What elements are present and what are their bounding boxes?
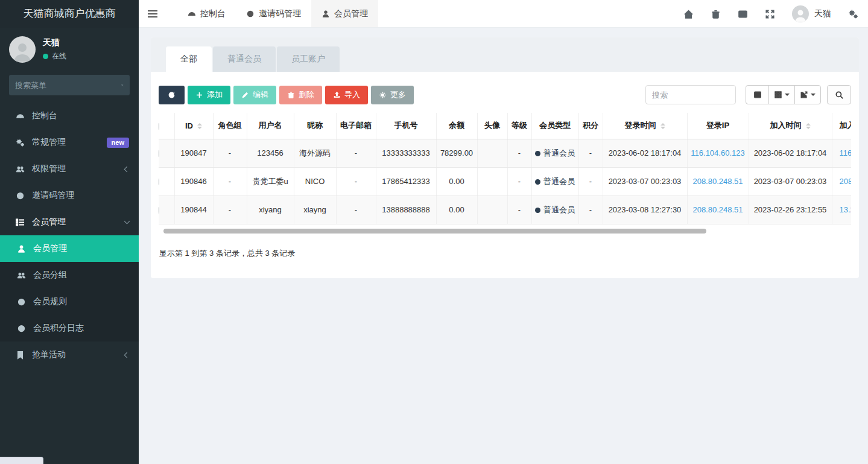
user-icon — [17, 244, 27, 253]
navbar-user[interactable]: 天猫 — [792, 5, 831, 22]
navbar-right: 天猫 — [683, 0, 868, 28]
sidebar-item-member-manage[interactable]: 会员管理 — [0, 235, 139, 262]
col-id[interactable]: ID — [174, 113, 213, 139]
sidebar-item-members[interactable]: 会员管理 — [0, 209, 139, 235]
navtab-label: 会员管理 — [334, 8, 368, 19]
cell-role: - — [213, 139, 247, 167]
hamburger-icon[interactable] — [139, 0, 166, 27]
sidebar-item-member-group[interactable]: 会员分组 — [0, 262, 139, 288]
col-type: 会员类型 — [531, 113, 578, 139]
app-logo[interactable]: 天猫商城商户优惠商 — [0, 0, 139, 28]
tab-normal-member[interactable]: 普通会员 — [213, 46, 276, 72]
cell-username: 123456 — [247, 139, 294, 167]
sidebar-item-label: 会员管理 — [33, 243, 67, 254]
sidebar-item-dashboard[interactable]: 控制台 — [0, 103, 139, 129]
language-icon[interactable] — [738, 9, 748, 19]
sidebar-item-general[interactable]: 常规管理 new — [0, 129, 139, 156]
col-role: 角色组 — [213, 113, 247, 139]
table-row: 190844 - xiyang xiayng - 13888888888 0.0… — [159, 195, 851, 224]
fullscreen-icon[interactable] — [765, 9, 775, 19]
chevron-left-icon — [124, 352, 130, 358]
search-icon — [835, 91, 844, 100]
col-join-time[interactable]: 加入时间 — [749, 113, 832, 139]
columns-button[interactable] — [768, 85, 795, 104]
row-checkbox[interactable] — [159, 178, 159, 186]
circle-icon — [246, 10, 255, 18]
search-icon[interactable] — [121, 81, 124, 89]
home-icon[interactable] — [683, 9, 694, 19]
cell-score: - — [578, 195, 603, 224]
refresh-button[interactable] — [159, 86, 185, 104]
row-checkbox[interactable] — [159, 206, 159, 214]
toggle-view-button[interactable] — [746, 85, 769, 104]
gears-icon[interactable] — [848, 9, 858, 19]
main-area: 控制台 邀请码管理 会员管理 天猫 全部 — [139, 0, 868, 464]
user-icon — [322, 10, 330, 18]
ip-link[interactable]: 116.1 — [840, 148, 852, 157]
delete-button[interactable]: 删除 — [279, 86, 322, 104]
status-tooltip — [0, 457, 43, 464]
search-button[interactable] — [827, 85, 851, 104]
sidebar-item-auth[interactable]: 权限管理 — [0, 156, 139, 182]
cell-login-ip: 208.80.248.51 — [687, 167, 749, 195]
menu-search-input[interactable] — [15, 81, 121, 90]
sidebar-item-label: 邀请码管理 — [32, 190, 74, 201]
tab-staff-account[interactable]: 员工账户 — [277, 46, 340, 72]
horizontal-scrollbar-thumb[interactable] — [163, 229, 706, 234]
chevron-left-icon — [124, 166, 130, 172]
record-summary: 显示第 1 到第 3 条记录，总共 3 条记录 — [159, 248, 851, 259]
ip-link[interactable]: 208.80.248.51 — [692, 205, 743, 214]
trash-icon[interactable] — [711, 9, 721, 19]
export-button[interactable] — [794, 85, 821, 104]
sidebar-item-member-score-log[interactable]: 会员积分日志 — [0, 315, 139, 342]
cell-username: 贵党工委u — [247, 167, 294, 195]
user-name: 天猫 — [43, 37, 66, 48]
tab-all[interactable]: 全部 — [166, 46, 212, 72]
table-row: 190846 - 贵党工委u NICO - 17865412333 0.00 -… — [159, 167, 851, 195]
export-icon — [800, 91, 808, 99]
sidebar-item-label: 抢单活动 — [32, 349, 66, 360]
navtab-invite[interactable]: 邀请码管理 — [236, 0, 311, 27]
ip-link[interactable]: 208.80.248.51 — [692, 177, 743, 186]
sidebar-item-label: 常规管理 — [32, 137, 66, 148]
add-button[interactable]: 添加 — [188, 86, 230, 104]
gear-icon — [379, 91, 387, 99]
navbar-user-name: 天猫 — [814, 8, 831, 19]
avatar — [792, 5, 809, 22]
col-nickname: 昵称 — [294, 113, 336, 139]
tachometer-icon — [16, 112, 26, 121]
ip-link[interactable]: 13.21 — [840, 205, 852, 214]
cell-join-time: 2023-06-02 18:17:04 — [749, 139, 832, 167]
sidebar-item-label: 会员管理 — [32, 217, 66, 227]
sidebar-item-label: 会员规则 — [33, 296, 67, 307]
cell-mobile: 13333333333 — [376, 139, 436, 167]
row-checkbox[interactable] — [159, 150, 159, 157]
cell-avatar — [477, 139, 507, 167]
tachometer-icon — [188, 10, 196, 18]
edit-button[interactable]: 编辑 — [233, 86, 276, 104]
import-button[interactable]: 导入 — [325, 86, 368, 104]
circle-icon — [17, 324, 27, 333]
avatar — [9, 36, 36, 63]
select-all-checkbox[interactable] — [159, 122, 159, 130]
cell-nickname: xiayng — [294, 195, 336, 224]
plus-icon — [195, 91, 203, 99]
ip-link[interactable]: 116.104.60.123 — [691, 148, 744, 157]
cell-level: - — [507, 195, 531, 224]
more-button[interactable]: 更多 — [371, 86, 414, 104]
user-status: 在线 — [43, 51, 66, 62]
cell-email: - — [336, 139, 376, 167]
sidebar-item-invite[interactable]: 邀请码管理 — [0, 182, 139, 209]
ip-link[interactable]: 208.8 — [840, 177, 852, 186]
cell-avatar — [477, 195, 507, 224]
col-login-time[interactable]: 登录时间 — [603, 113, 687, 139]
cell-score: - — [578, 167, 603, 195]
navtab-members[interactable]: 会员管理 — [311, 0, 378, 27]
cell-id: 190846 — [174, 167, 213, 195]
navtab-dashboard[interactable]: 控制台 — [177, 0, 236, 27]
sidebar-item-grab-activity[interactable]: 抢单活动 — [0, 342, 139, 368]
user-status-label: 在线 — [52, 51, 66, 62]
members-table: ID 角色组 用户名 昵称 电子邮箱 手机号 余额 头像 等级 会员类型 积分 — [159, 113, 851, 234]
search-input[interactable] — [645, 85, 736, 104]
sidebar-item-member-rule[interactable]: 会员规则 — [0, 288, 139, 315]
